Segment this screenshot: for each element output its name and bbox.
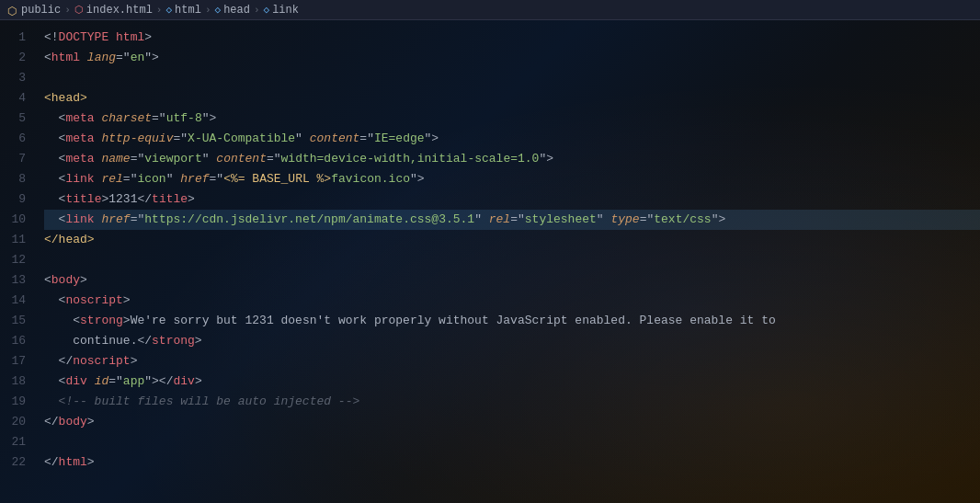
breadcrumb-html-file[interactable]: ⬡ index.html xyxy=(74,4,153,17)
breadcrumb-html: html xyxy=(175,4,201,17)
code-line-21 xyxy=(44,432,980,452)
breadcrumb-head-tag[interactable]: ◇ head xyxy=(215,4,250,17)
breadcrumb-folder[interactable]: ⬡ public xyxy=(7,4,61,17)
code-line-15: <strong>We're sorry but 1231 doesn't wor… xyxy=(44,311,980,331)
code-line-7: <meta name="viewport" content="width=dev… xyxy=(44,149,980,169)
line-numbers: 1 2 3 4 5 6 7 8 9 10 11 12 13 14 15 16 1… xyxy=(0,20,37,503)
code-line-2: <html lang="en"> xyxy=(44,48,980,68)
code-line-1: <!DOCTYPE html> xyxy=(44,28,980,48)
html-file-icon: ⬡ xyxy=(74,4,84,16)
breadcrumb-sep-4: › xyxy=(254,5,260,16)
breadcrumb-sep-1: › xyxy=(64,5,71,16)
code-line-5: <meta charset="utf-8"> xyxy=(44,109,980,129)
html-tag-icon: ◇ xyxy=(165,4,172,16)
breadcrumb-link: link xyxy=(272,4,299,17)
code-line-17: </noscript> xyxy=(44,351,980,372)
code-line-6: <meta http-equiv="X-UA-Compatible" conte… xyxy=(44,129,980,149)
link-tag-icon: ◇ xyxy=(264,4,270,16)
code-line-22: </html> xyxy=(44,452,980,473)
code-line-11: </head> xyxy=(44,230,980,250)
code-line-13: <body> xyxy=(44,270,980,291)
code-line-9: <title>1231</title> xyxy=(44,189,980,210)
code-line-4: <head> xyxy=(44,88,980,109)
breadcrumb-index-html: index.html xyxy=(86,4,153,17)
code-line-8: <link rel="icon" href="<%= BASE_URL %>fa… xyxy=(44,169,980,189)
breadcrumb-link-tag[interactable]: ◇ link xyxy=(264,4,299,17)
code-line-10: <link href="https://cdn.jsdelivr.net/npm… xyxy=(44,210,980,230)
code-line-12 xyxy=(44,250,980,270)
code-line-14: <noscript> xyxy=(44,291,980,311)
code-area[interactable]: <!DOCTYPE html> <html lang="en"> <head> … xyxy=(37,20,980,503)
breadcrumb-sep-3: › xyxy=(205,5,211,16)
breadcrumb-bar: ⬡ public › ⬡ index.html › ◇ html › ◇ hea… xyxy=(0,0,980,20)
breadcrumb-head: head xyxy=(223,4,250,17)
head-tag-icon: ◇ xyxy=(215,4,222,16)
code-line-19: <!-- built files will be auto injected -… xyxy=(44,392,980,412)
editor-container: 1 2 3 4 5 6 7 8 9 10 11 12 13 14 15 16 1… xyxy=(0,20,980,503)
folder-icon: ⬡ xyxy=(7,5,18,16)
code-line-3 xyxy=(44,68,980,88)
code-line-20: </body> xyxy=(44,412,980,432)
breadcrumb-html-tag[interactable]: ◇ html xyxy=(165,4,200,17)
code-line-16: continue.</strong> xyxy=(44,331,980,351)
breadcrumb-public: public xyxy=(21,4,61,17)
breadcrumb-sep-2: › xyxy=(156,5,163,16)
code-line-18: <div id="app"></div> xyxy=(44,372,980,392)
